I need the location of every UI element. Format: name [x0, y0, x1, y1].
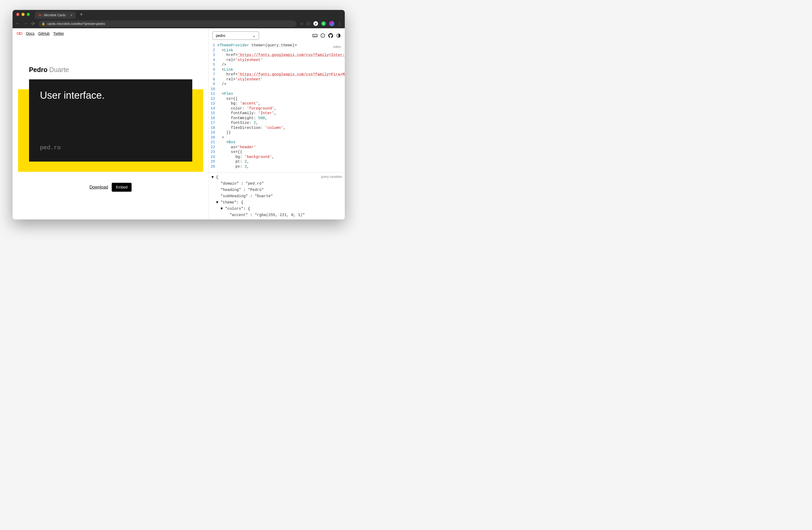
browser-menu-icon[interactable]: ⋮ — [337, 21, 342, 26]
chevron-down-icon: ⌄ — [252, 33, 256, 38]
svg-rect-4 — [313, 34, 317, 37]
code-line: 20 > — [209, 135, 345, 140]
query-var-row: "subHeading" : "Duarte" — [212, 193, 342, 199]
info-icon[interactable]: ⓘ — [307, 21, 310, 26]
preset-value: pedro — [216, 33, 225, 38]
close-tab-icon[interactable]: × — [70, 13, 72, 17]
code-line: 10 — [209, 87, 345, 92]
preview-actions: Download Embed — [89, 183, 132, 192]
card-header: Pedro Duarte — [18, 57, 203, 79]
code-line: 8 rel='stylesheet' — [209, 77, 345, 82]
query-variables-panel[interactable]: query variables ▼ { "domain" : "ped.ro" … — [209, 172, 345, 220]
code-line: 26 px: 3, — [209, 164, 345, 169]
window-controls — [16, 13, 30, 16]
nav-twitter-link[interactable]: Twitter — [53, 31, 64, 36]
preset-select[interactable]: pedro ⌄ — [213, 31, 259, 40]
url-input[interactable]: 🔒 cards.microlink.io/editor?preset=pedro — [39, 20, 296, 27]
code-line: 25 pt: 2, — [209, 159, 345, 164]
keyboard-icon[interactable] — [313, 33, 318, 38]
code-line: 24 bg: 'background', — [209, 154, 345, 159]
github-icon[interactable] — [328, 33, 333, 38]
code-editor[interactable]: editor 1<ThemeProvider theme={query.them… — [209, 43, 345, 172]
browser-tab[interactable]: Microlink Cards × — [35, 12, 76, 19]
code-line: 2 <Link — [209, 48, 345, 53]
card-domain: ped.ro — [40, 144, 181, 151]
new-tab-button[interactable]: + — [80, 12, 83, 17]
code-line: 18 flexDirection: 'column', — [209, 125, 345, 130]
extension-g-icon[interactable]: G — [321, 21, 326, 26]
query-variables-label: query variables — [321, 173, 342, 180]
preview-pane: Docs GitHub Twitter Pedro Duarte User in… — [13, 28, 208, 220]
code-line: 9 /> — [209, 82, 345, 87]
app-content: Docs GitHub Twitter Pedro Duarte User in… — [13, 28, 345, 220]
card-heading: Pedro — [29, 66, 48, 73]
url-text: cards.microlink.io/editor?preset=pedro — [47, 22, 105, 26]
code-line: 13 bg: 'accent', — [209, 101, 345, 106]
preview-area: Pedro Duarte User interface. ped.ro Down… — [13, 39, 208, 220]
card-preview: Pedro Duarte User interface. ped.ro — [18, 57, 203, 172]
lock-icon: 🔒 — [42, 22, 45, 25]
extension-icons: ☆ ⓘ e G ⋮ — [300, 21, 342, 26]
query-var-row: "domain" : "ped.ro" — [212, 180, 342, 187]
top-nav: Docs GitHub Twitter — [13, 28, 208, 39]
download-link[interactable]: Download — [89, 185, 108, 190]
query-var-row: ▼ "colors": { — [212, 206, 342, 212]
embed-button[interactable]: Embed — [112, 183, 132, 192]
bookmark-star-icon[interactable]: ☆ — [300, 22, 303, 26]
query-var-row: ▼ "theme": { — [212, 199, 342, 206]
browser-window: Microlink Cards × + ← → ⟳ 🔒 cards.microl… — [13, 10, 345, 220]
code-line: 17 fontSize: 2, — [209, 121, 345, 125]
code-line: 11 <Flex — [209, 92, 345, 96]
editor-label: editor — [332, 44, 342, 50]
maximize-window-icon[interactable] — [27, 13, 30, 16]
code-line: 21 <Box — [209, 140, 345, 145]
code-line: 15 fontFamily: 'Inter', — [209, 111, 345, 116]
info-icon[interactable] — [320, 33, 325, 38]
code-line: 7 href='https://fonts.googleapis.com/css… — [209, 72, 345, 77]
editor-pane: pedro ⌄ — [208, 28, 345, 220]
titlebar: Microlink Cards × + — [13, 10, 345, 19]
reload-button[interactable]: ⟳ — [31, 21, 35, 26]
code-line: 23 sx={{ — [209, 150, 345, 154]
microlink-logo-icon — [17, 32, 23, 36]
card-body: User interface. ped.ro — [29, 79, 192, 162]
code-line: 22 as='header' — [209, 145, 345, 150]
nav-docs-link[interactable]: Docs — [26, 31, 34, 36]
tab-favicon-icon — [38, 13, 42, 17]
card-accent-bg: User interface. ped.ro — [18, 89, 203, 172]
code-line: 16 fontWeight: 500, — [209, 116, 345, 121]
card-subheading: Duarte — [49, 66, 69, 73]
extension-e-icon[interactable]: e — [314, 21, 318, 26]
card-title: User interface. — [40, 90, 181, 101]
code-line: 4 rel='stylesheet' — [209, 58, 345, 62]
back-button[interactable]: ← — [16, 21, 20, 26]
editor-toolbar: pedro ⌄ — [209, 28, 345, 43]
forward-button[interactable]: → — [24, 21, 28, 26]
nav-github-link[interactable]: GitHub — [38, 31, 50, 36]
code-line: 14 color: 'foreground', — [209, 106, 345, 111]
code-line: 12 sx={{ — [209, 96, 345, 101]
code-line: 3 href='https://fonts.googleapis.com/css… — [209, 53, 345, 58]
query-var-row: "accent" : "rgba(255, 221, 0, 1)" — [212, 212, 342, 218]
editor-icons — [313, 33, 341, 38]
close-window-icon[interactable] — [16, 13, 19, 16]
profile-avatar[interactable] — [329, 21, 334, 26]
theme-toggle-icon[interactable] — [336, 33, 341, 38]
code-line: 6 <Link — [209, 67, 345, 72]
code-line: 5 /> — [209, 62, 345, 67]
tab-title: Microlink Cards — [44, 13, 66, 17]
code-line: 1<ThemeProvider theme={query.theme}> — [209, 43, 345, 48]
query-var-row: "heading" : "Pedro" — [212, 187, 342, 193]
minimize-window-icon[interactable] — [21, 13, 25, 16]
address-bar: ← → ⟳ 🔒 cards.microlink.io/editor?preset… — [13, 19, 345, 28]
code-line: 19 }} — [209, 130, 345, 135]
